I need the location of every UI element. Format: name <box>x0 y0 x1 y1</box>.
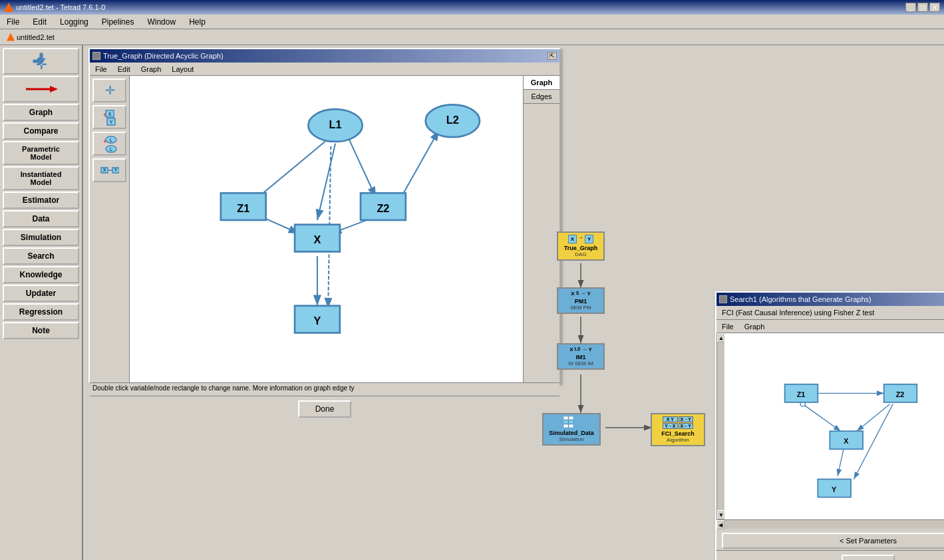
h-scroll-track <box>724 520 944 529</box>
svg-text:✛: ✛ <box>104 84 114 97</box>
menu-help[interactable]: Help <box>185 16 210 28</box>
sidebar-item-graph[interactable]: Graph <box>3 104 79 121</box>
sidebar-item-updater[interactable]: Updater <box>3 285 79 302</box>
graph-window-title-bar[interactable]: True_Graph (Directed Acyclic Graph) ⇱ <box>90 49 559 63</box>
data-grid-icon <box>563 416 579 428</box>
graph-done-button[interactable]: Done <box>298 400 352 418</box>
graph-done-area: Done <box>90 396 559 422</box>
graph-svg: L1 L2 Z1 Z2 X <box>130 76 523 382</box>
graph-toolbar: ✛ + X Y + <box>90 76 130 382</box>
toolbar-add-edge-tool[interactable]: X Y <box>92 158 126 182</box>
search-node-Z1-label: Z1 <box>797 390 806 398</box>
sidebar-arrow-tool[interactable] <box>3 76 79 102</box>
edge-L1-Z2 <box>349 139 376 198</box>
graph-menu-layout[interactable]: Layout <box>169 65 196 74</box>
sidebar-item-compare[interactable]: Compare <box>3 122 79 140</box>
menu-pipelines[interactable]: Pipelines <box>98 16 138 28</box>
search-node-Z2-label: Z2 <box>896 390 905 398</box>
toolbar-add-latent-tool[interactable]: + L L <box>92 132 126 156</box>
tab-bar: untitled2.tet <box>0 29 944 45</box>
sidebar-item-estimator[interactable]: Estimator <box>3 192 79 209</box>
search-edge-Z1-X <box>803 404 841 432</box>
sidebar-move-tool[interactable]: ✛ <box>3 48 79 74</box>
app-icon <box>4 3 13 12</box>
add-node-icon: + X Y <box>100 108 119 126</box>
search-done-button[interactable]: Done <box>842 555 895 560</box>
node-Y-label: Y <box>314 315 321 327</box>
search-menu-file[interactable]: File <box>719 322 736 331</box>
sidebar-item-instantiated-model[interactable]: InstantiatedModel <box>3 166 79 190</box>
menu-bar: File Edit Logging Pipelines Window Help <box>0 15 944 29</box>
svg-text:Y: Y <box>114 168 117 172</box>
menu-window[interactable]: Window <box>143 16 180 28</box>
scroll-track <box>717 343 724 510</box>
pipeline-sim-data-sublabel: Simulation <box>548 436 595 442</box>
menu-file[interactable]: File <box>3 16 23 28</box>
pipeline-node-im1[interactable]: X LS → Y IM1 St SEM IM <box>557 343 605 370</box>
pipeline-node-fci-search[interactable]: X Y X→Y Y→X X↔Y FCI_Search Algorithm <box>651 413 705 446</box>
node-Z1-label: Z1 <box>237 202 249 214</box>
search-scrollbar-horizontal[interactable]: ◀ ▶ <box>716 519 944 529</box>
menu-logging[interactable]: Logging <box>56 16 92 28</box>
pipeline-node-pm1[interactable]: X S → Y PM1 SEM PM <box>557 287 605 314</box>
search-done-area: Done <box>716 550 944 560</box>
search-window: Search1 (Algorithms that Generate Graphs… <box>715 291 944 560</box>
search-graph-svg: Z1 Z2 X Y <box>724 333 944 519</box>
search-window-title-bar[interactable]: Search1 (Algorithms that Generate Graphs… <box>716 293 944 306</box>
sidebar-item-data[interactable]: Data <box>3 210 79 227</box>
search-scrollbar-vertical[interactable]: ▲ ▼ <box>716 333 724 519</box>
search-window-title: Search1 (Algorithms that Generate Graphs… <box>730 295 871 303</box>
search-window-menu: File Graph <box>716 320 944 333</box>
graph-menu-edit[interactable]: Edit <box>115 65 133 74</box>
sidebar-item-note[interactable]: Note <box>3 322 79 339</box>
node-Z2-label: Z2 <box>377 202 389 214</box>
svg-rect-30 <box>563 416 568 420</box>
arrow-icon <box>25 82 58 96</box>
sidebar-item-parametric-model[interactable]: ParametricModel <box>3 141 79 165</box>
graph-window-restore-btn[interactable]: ⇱ <box>548 52 557 60</box>
pipeline-true-graph-label: True_Graph <box>562 245 599 251</box>
tab-icon <box>7 33 15 41</box>
maximize-button[interactable]: □ <box>917 3 928 12</box>
graph-window-icon <box>92 52 100 60</box>
graph-canvas[interactable]: L1 L2 Z1 Z2 X <box>130 76 523 382</box>
tab-label: untitled2.tet <box>17 33 55 41</box>
sidebar-item-knowledge[interactable]: Knowledge <box>3 266 79 283</box>
pipeline-im1-sublabel: St SEM IM <box>562 360 599 366</box>
sidebar-item-search[interactable]: Search <box>3 247 79 265</box>
svg-text:X: X <box>108 112 111 116</box>
menu-edit[interactable]: Edit <box>29 16 51 28</box>
graph-menu-file[interactable]: File <box>92 65 110 74</box>
toolbar-add-node-tool[interactable]: + X Y <box>92 105 126 129</box>
svg-text:L: L <box>110 147 112 152</box>
content-area: True_Graph (Directed Acyclic Graph) ⇱ Fi… <box>83 45 944 560</box>
tab-untitled[interactable]: untitled2.tet <box>3 32 59 43</box>
svg-rect-32 <box>563 420 568 424</box>
move-cursor-icon: ✛ <box>31 51 52 72</box>
edge-Z2-L2 <box>398 130 439 202</box>
sidebar: ✛ Graph Compare ParametricModel Instanti… <box>0 45 83 560</box>
svg-text:L: L <box>110 138 112 142</box>
search-canvas[interactable]: Z1 Z2 X Y <box>724 333 944 519</box>
scroll-left-btn[interactable]: ◀ <box>716 520 724 529</box>
close-button[interactable]: ✕ <box>929 3 940 12</box>
pipeline-node-simulated-data[interactable]: Simulated_Data Simulation <box>542 413 601 446</box>
edge-L1-X <box>317 144 335 220</box>
minimize-button[interactable]: _ <box>905 3 916 12</box>
toolbar-select-tool[interactable]: ✛ <box>92 78 126 102</box>
sidebar-item-regression[interactable]: Regression <box>3 303 79 321</box>
svg-rect-35 <box>569 424 573 428</box>
graph-menu-graph[interactable]: Graph <box>138 65 164 74</box>
search-menu-graph[interactable]: Graph <box>742 322 768 331</box>
sidebar-item-simulation[interactable]: Simulation <box>3 229 79 246</box>
set-params-button[interactable]: < Set Parameters <box>722 533 944 549</box>
pipeline-node-true-graph[interactable]: X → Y True_Graph DAG <box>557 231 605 261</box>
svg-marker-5 <box>50 86 58 92</box>
graph-tab-edges[interactable]: Edges <box>524 90 559 104</box>
graph-status-text: Double click variable/node rectangle to … <box>92 384 355 392</box>
graph-tab-graph[interactable]: Graph <box>524 76 559 90</box>
pipeline-fci-search-sublabel: Algorithm <box>656 437 700 443</box>
svg-rect-34 <box>563 424 568 428</box>
add-edge-icon: X Y <box>100 161 119 180</box>
search-node-X-label: X <box>844 437 849 445</box>
